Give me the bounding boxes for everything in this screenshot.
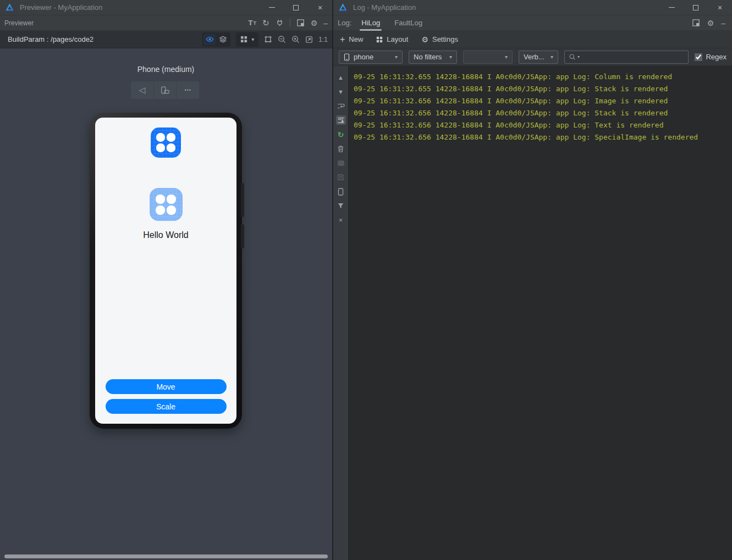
settings-button[interactable]: ⚙ (311, 19, 318, 27)
zoom-out-button[interactable] (278, 35, 286, 43)
zoom-in-button[interactable] (291, 35, 300, 43)
save-icon (337, 174, 344, 181)
plus-icon: + (340, 35, 345, 45)
tab-faultlog[interactable]: FaultLog (394, 15, 422, 31)
hello-world-text: Hello World (143, 230, 188, 240)
log-line: 09-25 16:31:32.655 14228-16884 I A0c0d0/… (354, 83, 732, 95)
panel-layout-button[interactable] (296, 19, 305, 27)
minimize-button[interactable] (659, 0, 684, 15)
log-line: 09-25 16:31:32.655 14228-16884 I A0c0d0/… (354, 71, 732, 83)
chevron-down-icon: ▾ (551, 54, 553, 60)
minimize-button[interactable] (260, 0, 284, 15)
more-options-button[interactable]: ••• (176, 81, 199, 99)
log-level-select[interactable]: Verb... ▾ (519, 51, 558, 64)
log-line: 09-25 16:31:32.656 14228-16884 I A0c0d0/… (354, 119, 732, 131)
font-size-button[interactable]: TT (249, 19, 256, 27)
device-select[interactable]: phone ▾ (339, 51, 403, 64)
restart-session-button[interactable]: ↻ (336, 130, 346, 139)
hide-panel-button[interactable]: – (721, 19, 725, 27)
save-log-button[interactable] (336, 173, 346, 182)
back-button[interactable]: ◁ (131, 81, 153, 99)
log-line: 09-25 16:31:32.656 14228-16884 I A0c0d0/… (354, 95, 732, 107)
app-icon (151, 127, 181, 158)
layers-toggle[interactable] (217, 34, 229, 45)
log-gutter-toolbar: ▲ ▼ ↻ (333, 66, 349, 560)
inspector-eye-toggle[interactable] (203, 34, 216, 45)
component-grid-dropdown[interactable]: ▾ (236, 32, 258, 47)
device-profile-label: Phone (medium) (90, 65, 242, 74)
close-button[interactable]: × (308, 0, 332, 15)
log-search-input[interactable] (581, 53, 684, 61)
maximize-button[interactable] (284, 0, 308, 15)
device-icon (338, 188, 344, 196)
new-session-button[interactable]: + New (340, 35, 363, 45)
log-output[interactable]: 09-25 16:31:32.655 14228-16884 I A0c0d0/… (349, 66, 732, 560)
rotate-device-button[interactable] (153, 81, 177, 99)
maximize-icon (693, 5, 698, 10)
log-panel-tools: ⚙ – (692, 19, 728, 27)
tab-hilog[interactable]: HiLog (361, 15, 380, 31)
window-controls: × (260, 0, 332, 15)
plugin-button[interactable] (276, 19, 284, 27)
buildparam-label: BuildParam : /pages/code2 (8, 35, 93, 43)
filter-funnel-icon (337, 202, 344, 209)
hide-panel-button[interactable]: – (323, 19, 328, 27)
filters-select[interactable]: No filters ▾ (409, 51, 457, 64)
horizontal-scrollbar[interactable] (4, 555, 328, 558)
previewer-panel-label: Previewer (4, 19, 34, 27)
phone-icon (344, 53, 350, 61)
filter-button[interactable] (336, 201, 346, 210)
regex-label: Regex (706, 53, 727, 61)
desktop: Previewer - MyApplication × Previewer TT… (0, 0, 732, 560)
petal (156, 143, 165, 152)
zoom-out-icon (278, 35, 286, 43)
log-tab-bar: Log: HiLog FaultLog ⚙ – (333, 15, 732, 31)
up-triangle-icon: ▲ (338, 74, 344, 81)
gear-icon: ⚙ (421, 36, 428, 43)
petal (167, 195, 176, 204)
trash-icon (337, 145, 344, 153)
clover-petals-icon (156, 133, 175, 152)
layout-button[interactable]: Layout (376, 35, 408, 43)
close-session-button[interactable]: × (336, 215, 346, 225)
refresh-button[interactable]: ↻ (262, 19, 269, 27)
gear-icon: ⚙ (311, 19, 318, 27)
process-select[interactable]: ▾ (463, 51, 513, 64)
deveco-logo-icon (5, 3, 14, 12)
chevron-down-icon: ▾ (251, 36, 254, 42)
scroll-to-top-button[interactable]: ▲ (336, 73, 346, 82)
log-settings-button[interactable]: ⚙ Settings (421, 35, 458, 43)
regex-option: Regex (695, 53, 727, 61)
settings-button[interactable]: ⚙ (707, 19, 714, 27)
new-label: New (349, 35, 363, 43)
close-button[interactable]: × (708, 0, 732, 15)
previewer-canvas: Phone (medium) ◁ ••• (0, 48, 332, 560)
print-button[interactable] (336, 158, 346, 168)
previewer-panel-header: Previewer TT ↻ ⚙ – (0, 15, 332, 31)
frame-select-button[interactable] (264, 35, 272, 43)
maximize-button[interactable] (684, 0, 708, 15)
scroll-down-button[interactable]: ▼ (336, 87, 346, 96)
fit-to-screen-button[interactable] (305, 36, 313, 43)
clear-log-button[interactable] (336, 144, 346, 153)
petal (167, 206, 176, 215)
scroll-to-end-button[interactable] (336, 115, 346, 125)
device-select-value: phone (354, 53, 373, 61)
inspector-toggle-group (202, 32, 230, 47)
log-toolbar: + New Layout ⚙ Settings (333, 31, 732, 48)
regex-checkbox[interactable] (695, 53, 702, 61)
soft-wrap-button[interactable] (336, 101, 346, 110)
panel-layout-button[interactable] (692, 19, 700, 27)
close-x-icon: × (339, 216, 343, 224)
device-view-button[interactable] (336, 187, 346, 196)
minus-icon: – (323, 19, 328, 27)
phone-mockup: Hello World Move Scale (90, 113, 242, 429)
zoom-ratio-button[interactable]: 1:1 (318, 36, 328, 43)
layout-label: Layout (387, 35, 408, 43)
scale-button[interactable]: Scale (106, 399, 227, 414)
log-window: Log - MyApplication × Log: HiLog FaultLo… (333, 0, 732, 560)
move-button[interactable]: Move (106, 379, 227, 394)
maximize-icon (293, 5, 299, 10)
phone-power-button (241, 224, 244, 248)
toolbar-separator (290, 19, 290, 27)
